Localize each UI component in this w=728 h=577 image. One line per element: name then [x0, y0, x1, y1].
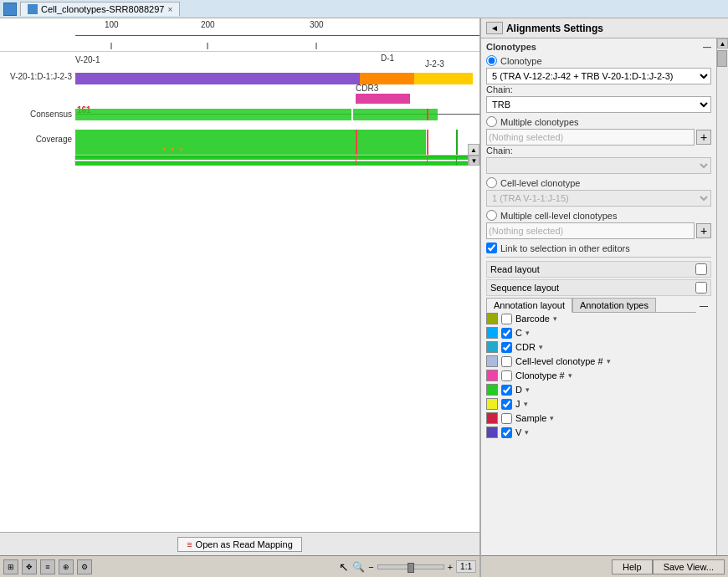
zoom-icon[interactable]: ⊕: [59, 559, 74, 574]
multiple-cell-level-input[interactable]: [486, 222, 695, 239]
zoom-plus-icon[interactable]: +: [448, 562, 453, 572]
chain-select-2[interactable]: [486, 157, 711, 174]
multiple-clonotypes-add-btn[interactable]: +: [696, 130, 711, 145]
cell-level-radio-label[interactable]: Cell-level clonotype: [486, 177, 711, 188]
bottom-tools: ↖ 🔍 − + 1:1: [339, 560, 476, 574]
zoom-minus-icon[interactable]: −: [368, 562, 373, 572]
move-icon[interactable]: ✥: [22, 559, 37, 574]
right-panel: ◄ Alignments Settings Clonotypes — Clono…: [480, 18, 728, 577]
anno-chevron-5[interactable]: ▾: [525, 386, 530, 394]
anno-checkbox-v[interactable]: [501, 427, 512, 438]
anno-chevron-2[interactable]: ▾: [539, 343, 543, 351]
anno-chevron-1[interactable]: ▾: [525, 329, 530, 337]
coverage-row: Coverage ▲: [0, 122, 479, 156]
anno-checkbox-sample[interactable]: [501, 413, 512, 424]
sequence-viewer[interactable]: 100 200 300 /* ticks rendered via CSS */: [0, 18, 479, 532]
multiple-clonotypes-radio-label[interactable]: Multiple clonotypes: [486, 116, 711, 127]
link-to-selection-checkbox[interactable]: [486, 243, 497, 253]
multiple-cell-level-radio-label[interactable]: Multiple cell-level clonotypes: [486, 210, 711, 221]
clonotype-select[interactable]: 5 (TRA V-12-2:J-42 + TRB V-20-1:D-1:J-2-…: [486, 68, 711, 84]
zoom-in-icon[interactable]: 🔍: [352, 561, 365, 573]
app-icon: [3, 3, 17, 16]
save-view-button[interactable]: Save View...: [653, 559, 725, 574]
cursor-icon[interactable]: ↖: [339, 560, 349, 574]
coverage-vline3: [456, 130, 458, 155]
anno-checkbox-d[interactable]: [501, 385, 512, 396]
anno-chevron-4[interactable]: ▾: [568, 371, 572, 380]
anno-checkbox-c[interactable]: [501, 328, 512, 339]
clonotype-radio[interactable]: [486, 55, 497, 66]
read-layout-checkbox[interactable]: [695, 263, 707, 275]
annotation-collapse-btn[interactable]: —: [696, 301, 711, 310]
consensus-row: Consensus 161: [0, 105, 479, 122]
reads-scrollbar[interactable]: ▲ ▼: [468, 156, 479, 166]
cdr3-row: CDR3: [0, 84, 479, 105]
coverage-dot1: [163, 148, 166, 151]
reads-labels: [0, 156, 75, 166]
rscroll-up[interactable]: ▲: [717, 38, 728, 49]
panel-collapse-button[interactable]: ◄: [486, 22, 503, 34]
link-to-selection-label[interactable]: Link to selection in other editors: [486, 243, 711, 253]
anno-label-v: V: [515, 427, 521, 437]
anno-checkbox-cell-level-clonotype-#[interactable]: [501, 356, 512, 367]
zoom-level-display: 1:1: [456, 560, 476, 573]
anno-checkbox-barcode[interactable]: [501, 314, 512, 324]
tab-close-button[interactable]: ×: [167, 5, 172, 14]
clonotype-radio-group: Clonotype 5 (TRA V-12-2:J-42 + TRB V-20-…: [486, 55, 711, 113]
cdr3-track-content: CDR3: [75, 84, 479, 105]
rscroll-thumb[interactable]: [717, 50, 727, 67]
mapping-icon: ≡: [187, 539, 192, 549]
coverage-dot2: [172, 148, 174, 151]
anno-chevron-6[interactable]: ▾: [524, 400, 528, 408]
grid-icon[interactable]: ⊞: [3, 559, 18, 574]
vscroll-down[interactable]: ▼: [469, 156, 479, 166]
status-bar: ⊞ ✥ ≡ ⊕ ⚙ ↖ 🔍 − + 1:1: [0, 555, 479, 577]
multiple-cell-level-radio[interactable]: [486, 210, 497, 221]
right-panel-header: ◄ Alignments Settings: [481, 18, 728, 38]
anno-list-item: Cell-level clonotype #▾: [486, 355, 711, 367]
tab-item[interactable]: Cell_clonotypes-SRR8088297 ×: [20, 2, 180, 16]
help-button[interactable]: Help: [612, 559, 653, 574]
open-read-mapping-button[interactable]: ≡ Open as Read Mapping: [177, 537, 302, 552]
annotation-layout-tab[interactable]: Annotation layout: [486, 298, 572, 313]
multiple-cell-level-group: Multiple cell-level clonotypes +: [486, 210, 711, 239]
chain-select-1[interactable]: TRB: [486, 96, 711, 113]
anno-chevron-3[interactable]: ▾: [607, 357, 611, 365]
vscroll-up-btn[interactable]: ▲: [468, 144, 479, 156]
anno-chevron-7[interactable]: ▾: [550, 414, 554, 422]
annotation-types-tab[interactable]: Annotation types: [572, 298, 656, 312]
anno-list-item: J▾: [486, 398, 711, 410]
right-panel-scrollbar[interactable]: ▲: [716, 38, 728, 555]
multiple-clonotypes-radio[interactable]: [486, 116, 497, 127]
anno-label-sample: Sample: [515, 413, 546, 423]
multiple-cell-level-add-btn[interactable]: +: [696, 223, 711, 238]
v-segment-label: V-20-1: [75, 55, 100, 64]
v-segment-bar: [75, 73, 360, 84]
multiple-clonotypes-input[interactable]: [486, 129, 695, 146]
reads-canvas: [75, 156, 468, 166]
cell-level-select[interactable]: 1 (TRA V-1-1:J-15): [486, 190, 711, 207]
anno-checkbox-j[interactable]: [501, 399, 512, 410]
divider-1: [486, 257, 711, 258]
cdr3-label: CDR3: [356, 84, 378, 93]
sequence-layout-checkbox[interactable]: [695, 282, 707, 294]
clonotypes-collapse-btn[interactable]: —: [703, 43, 711, 52]
cell-level-radio[interactable]: [486, 177, 497, 188]
layers-icon[interactable]: ≡: [40, 559, 55, 574]
clonotype-radio-label[interactable]: Clonotype: [486, 55, 711, 66]
ruler-area: 100 200 300 /* ticks rendered via CSS */: [0, 18, 479, 52]
anno-chevron-0[interactable]: ▾: [553, 314, 557, 323]
settings-icon[interactable]: ⚙: [77, 559, 92, 574]
cell-level-clonotype-group: Cell-level clonotype 1 (TRA V-1-1:J-15): [486, 177, 711, 207]
j-segment-label: J-2-3: [425, 59, 444, 69]
anno-checkbox-clonotype-#[interactable]: [501, 370, 512, 381]
zoom-slider-thumb[interactable]: [408, 563, 414, 573]
reads-container[interactable]: ▲ ▼: [0, 156, 479, 166]
anno-checkbox-cdr[interactable]: [501, 342, 512, 353]
zoom-slider[interactable]: [377, 564, 444, 569]
consensus-mark1: [351, 109, 353, 120]
anno-color-j: [486, 398, 498, 410]
reads-viewport[interactable]: [75, 156, 468, 166]
anno-chevron-8[interactable]: ▾: [525, 428, 529, 437]
anno-list-item: D▾: [486, 384, 711, 396]
